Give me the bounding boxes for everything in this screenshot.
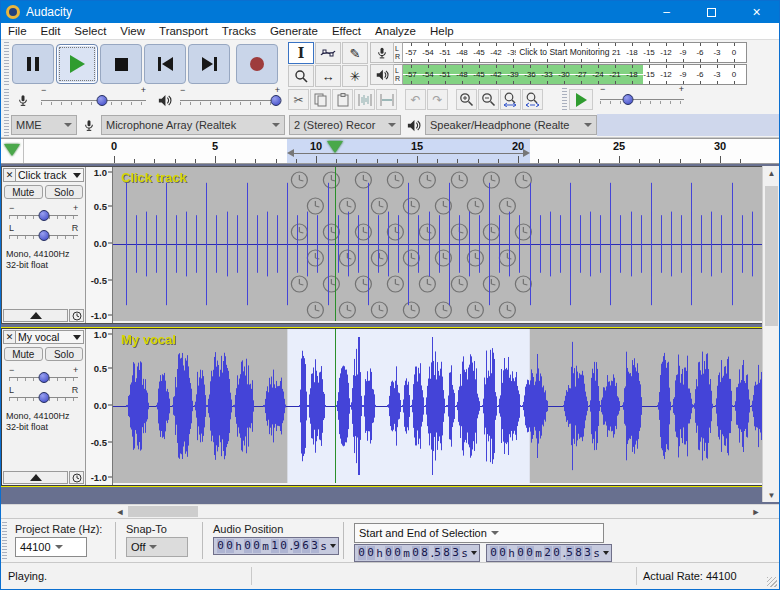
playhead-indicator-icon[interactable] — [327, 141, 343, 153]
gain-slider[interactable]: −+ — [9, 203, 78, 223]
menu-tracks[interactable]: Tracks — [215, 25, 263, 37]
play-button[interactable] — [56, 44, 98, 84]
play-at-speed-button[interactable] — [569, 89, 593, 110]
pan-slider[interactable]: LR — [9, 385, 78, 405]
playback-device-select[interactable]: Speaker/Headphone (Realte — [425, 115, 597, 135]
toolbar-grip[interactable] — [4, 114, 9, 136]
playback-volume-thumb[interactable] — [271, 95, 282, 106]
menu-transport[interactable]: Transport — [152, 25, 215, 37]
recording-meter[interactable]: Click to Start Monitoring -57-54-51-48-4… — [403, 42, 747, 63]
play-meter-speaker-button[interactable] — [370, 64, 394, 85]
playback-volume-slider[interactable]: −+ — [180, 94, 280, 108]
fit-project-button[interactable] — [522, 89, 543, 110]
selection-end-field[interactable]: 00h00m20.583s — [486, 544, 612, 562]
skip-to-end-button[interactable] — [188, 44, 230, 84]
redo-button[interactable]: ↷ — [427, 89, 448, 110]
envelope-tool-button[interactable] — [315, 42, 341, 64]
selection-range-mode-select[interactable]: Start and End of Selection — [354, 523, 604, 543]
toolbar-grip[interactable] — [4, 42, 9, 86]
draw-tool-button[interactable]: ✎ — [342, 42, 368, 64]
track-name-menu[interactable]: My vocal — [16, 330, 84, 344]
gain-thumb[interactable] — [38, 210, 49, 221]
quick-play-pin-icon[interactable] — [4, 144, 20, 156]
recording-volume-thumb[interactable] — [96, 95, 107, 106]
silence-audio-button[interactable] — [376, 89, 397, 110]
menu-view[interactable]: View — [113, 25, 152, 37]
play-speed-slider[interactable]: −+ — [600, 93, 684, 107]
horizontal-scrollbar[interactable]: ◄ ► — [113, 505, 763, 518]
track-waveform-canvas[interactable] — [113, 329, 762, 483]
waveform-area[interactable] — [113, 329, 762, 485]
horizontal-scroll-thumb[interactable] — [128, 506, 198, 517]
pause-button[interactable] — [12, 44, 54, 84]
ruler-selection-band[interactable] — [287, 139, 529, 163]
track-waveform-canvas[interactable] — [113, 167, 762, 321]
menu-file[interactable]: File — [1, 25, 34, 37]
zoom-in-button[interactable] — [456, 89, 477, 110]
zoom-tool-button[interactable] — [288, 65, 314, 87]
scroll-left-icon[interactable]: ◄ — [113, 505, 127, 518]
gain-thumb[interactable] — [38, 372, 49, 383]
mute-button[interactable]: Mute — [4, 185, 43, 199]
trim-audio-button[interactable] — [354, 89, 375, 110]
cut-button[interactable]: ✂ — [288, 89, 309, 110]
vertical-scale-ruler[interactable]: 1.00.50.0-0.5-1.0 — [86, 329, 113, 485]
vertical-scroll-thumb[interactable] — [765, 186, 778, 326]
project-rate-select[interactable]: 44100 — [15, 537, 87, 557]
track-name-menu[interactable]: Click track — [16, 168, 84, 182]
zoom-out-button[interactable] — [478, 89, 499, 110]
gain-slider[interactable]: −+ — [9, 365, 78, 385]
solo-button[interactable]: Solo — [45, 347, 84, 361]
close-track-button[interactable]: ✕ — [3, 330, 16, 344]
play-speed-thumb[interactable] — [622, 94, 633, 105]
scroll-up-icon[interactable]: ▲ — [763, 166, 780, 180]
playback-meter[interactable]: -57-54-51-48-45-42-39-36-33-30-27-24-21-… — [403, 64, 747, 85]
zoom-to-selection-button[interactable] — [500, 89, 521, 110]
toolbar-grip[interactable] — [562, 88, 567, 111]
pan-thumb[interactable] — [38, 392, 49, 403]
audio-position-field[interactable]: 00h00m10.963s — [213, 537, 339, 555]
horizontal-scroll-track[interactable] — [127, 505, 749, 518]
monitor-text[interactable]: Click to Start Monitoring — [516, 47, 612, 57]
toolbar-grip[interactable] — [2, 522, 7, 561]
pan-slider[interactable]: LR — [9, 223, 78, 243]
resize-grip[interactable] — [767, 577, 777, 587]
menu-help[interactable]: Help — [423, 25, 461, 37]
scroll-right-icon[interactable]: ► — [749, 505, 763, 518]
time-shift-tool-button[interactable]: ↔ — [315, 65, 341, 87]
collapse-track-button[interactable] — [3, 471, 68, 484]
snap-to-select[interactable]: Off — [126, 537, 188, 557]
recording-channels-select[interactable]: 2 (Stereo) Recor — [289, 115, 401, 135]
close-track-button[interactable]: ✕ — [3, 168, 16, 182]
menu-generate[interactable]: Generate — [263, 25, 325, 37]
pan-thumb[interactable] — [38, 230, 49, 241]
maximize-button[interactable] — [689, 1, 734, 23]
quick-play-pin-box[interactable] — [1, 139, 24, 163]
stop-button[interactable] — [100, 44, 142, 84]
toolbar-grip[interactable] — [4, 89, 9, 112]
solo-button[interactable]: Solo — [45, 185, 84, 199]
selection-start-field[interactable]: 00h00m08.583s — [354, 544, 480, 562]
menu-edit[interactable]: Edit — [34, 25, 68, 37]
multi-tool-button[interactable]: ✳ — [342, 65, 368, 87]
copy-button[interactable] — [310, 89, 331, 110]
vertical-scale-ruler[interactable]: 1.00.50.0-0.5-1.0 — [86, 167, 113, 323]
audio-host-select[interactable]: MME — [11, 115, 77, 135]
record-meter-mic-button[interactable] — [370, 42, 394, 63]
scroll-down-icon[interactable]: ▼ — [763, 488, 780, 502]
minimize-button[interactable]: – — [644, 1, 689, 23]
recording-volume-slider[interactable]: −+ — [41, 94, 146, 108]
skip-to-start-button[interactable] — [144, 44, 186, 84]
undo-button[interactable]: ↶ — [405, 89, 426, 110]
waveform-area[interactable] — [113, 167, 762, 323]
menu-effect[interactable]: Effect — [325, 25, 368, 37]
paste-button[interactable] — [332, 89, 353, 110]
mute-button[interactable]: Mute — [4, 347, 43, 361]
menu-analyze[interactable]: Analyze — [368, 25, 423, 37]
menu-select[interactable]: Select — [67, 25, 113, 37]
timeline-ruler[interactable]: 051015202530 — [1, 138, 779, 164]
record-button[interactable] — [236, 44, 278, 84]
selection-tool-button[interactable]: I — [288, 42, 314, 64]
collapse-track-button[interactable] — [3, 309, 68, 322]
recording-device-select[interactable]: Microphone Array (Realtek — [101, 115, 285, 135]
